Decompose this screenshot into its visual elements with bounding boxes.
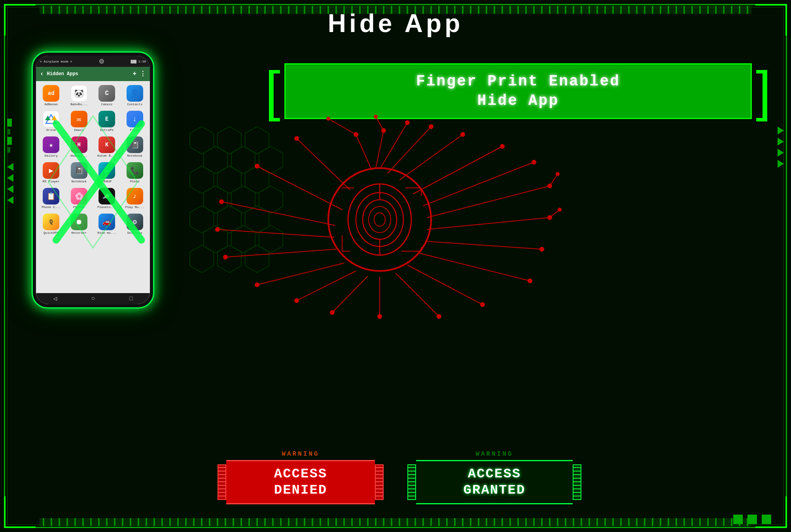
phone-screen: ✈ Airplane mode ✈ ▓▓▓ 1:39 ‹ Hidden Apps… <box>36 56 150 304</box>
svg-line-28 <box>396 273 439 316</box>
app-item: 📓 Notebook <box>121 134 149 159</box>
access-granted-badge: ACCESSGRANTED <box>416 460 573 504</box>
svg-line-16 <box>423 162 534 206</box>
phone-app-bar: ‹ Hidden Apps + ⋮ <box>36 67 150 81</box>
app-icon-penup: ✏ <box>98 162 115 179</box>
app-icon-contacts: 👤 <box>127 85 143 102</box>
svg-point-35 <box>294 298 299 303</box>
left-decoration <box>7 119 13 204</box>
denied-right-stripe <box>375 464 384 500</box>
add-icon: + <box>132 70 136 78</box>
svg-line-10 <box>388 127 431 173</box>
svg-line-38 <box>225 249 336 257</box>
back-nav-icon: ◁ <box>53 295 57 303</box>
app-item: ⚙ Settings <box>121 211 149 236</box>
app-icon-phone: 📞 <box>127 162 143 179</box>
phone-status-bar: ✈ Airplane mode ✈ ▓▓▓ 1:39 <box>36 56 150 67</box>
app-icon-adbanao: ad <box>43 85 59 102</box>
svg-line-44 <box>257 166 342 210</box>
svg-point-45 <box>255 164 259 168</box>
fingerprint-visualization <box>186 115 562 324</box>
fp-title-area: [ Finger Print Enabled Hide App ] <box>265 63 771 119</box>
app-item: ad AdBanao <box>38 83 65 108</box>
app-icon-cakezz: C <box>98 85 115 102</box>
svg-point-53 <box>556 172 560 176</box>
dot-2 <box>747 515 757 524</box>
svg-line-52 <box>550 174 558 186</box>
app-icon-babvbu: 🐼 <box>71 85 87 102</box>
app-item: 🌸 Photos <box>66 186 93 210</box>
app-item: ★ Gallery <box>38 134 65 159</box>
access-granted-text: ACCESSGRANTED <box>464 466 526 498</box>
back-arrow-icon: ‹ <box>40 70 44 78</box>
svg-point-41 <box>215 227 220 232</box>
svg-point-9 <box>405 120 410 125</box>
svg-line-34 <box>297 271 356 301</box>
bottom-stripe <box>40 518 751 526</box>
page-title: Hide App <box>328 9 464 38</box>
svg-line-6 <box>376 131 384 168</box>
svg-point-47 <box>294 136 299 141</box>
svg-line-26 <box>407 265 483 305</box>
app-item: Q QuickVPN <box>38 211 65 236</box>
granted-left-stripe <box>407 464 416 500</box>
svg-point-37 <box>255 282 259 287</box>
svg-point-27 <box>480 302 485 307</box>
app-icon-files: ↓ <box>127 111 143 127</box>
svg-line-32 <box>332 276 368 312</box>
recent-nav-icon: □ <box>129 295 132 302</box>
svg-point-63 <box>374 213 385 226</box>
svg-line-20 <box>427 218 550 229</box>
app-icon-gallery: ★ <box>43 136 59 153</box>
svg-point-25 <box>528 278 532 283</box>
app-item: ♪ Play Mu... <box>121 186 149 210</box>
svg-line-40 <box>218 229 334 237</box>
svg-point-62 <box>369 206 391 233</box>
svg-line-4 <box>356 134 372 170</box>
granted-right-stripe <box>573 464 581 500</box>
app-item: 👤 Contacts <box>121 83 149 108</box>
app-item: 🚗 Ride mo... <box>93 211 121 236</box>
app-icon-planets: 🪐 <box>98 188 115 204</box>
app-icon-recorder: ⏺ <box>71 214 87 230</box>
svg-point-13 <box>460 132 465 137</box>
app-icon-playmu: ♪ <box>127 188 143 204</box>
corner-tr <box>755 4 787 36</box>
svg-point-29 <box>437 314 441 319</box>
right-panel: [ Finger Print Enabled Hide App ] <box>186 51 779 508</box>
corner-tl <box>4 4 36 36</box>
warning-denied-label: WARNING <box>218 451 384 458</box>
app-item: Drive <box>38 108 65 133</box>
status-left: ✈ Airplane mode ✈ <box>40 60 72 63</box>
app-item: ✉ Email <box>66 108 93 133</box>
app-item: 📋 Phone C... <box>38 186 65 210</box>
home-nav-icon: ○ <box>91 295 95 302</box>
fp-title-box: Finger Print Enabled Hide App <box>284 63 752 119</box>
app-icon-phonec: 📋 <box>43 188 59 204</box>
app-item: ▶ MX Player <box>38 160 65 185</box>
svg-point-17 <box>532 160 536 165</box>
svg-line-22 <box>425 241 542 249</box>
svg-rect-56 <box>342 188 421 251</box>
app-icon-extrape: E <box>98 111 115 127</box>
svg-point-33 <box>330 310 335 315</box>
denied-left-stripe <box>218 464 226 500</box>
app-icon-huawei: H <box>71 136 87 153</box>
app-item: 🪐 Planets... <box>93 186 121 210</box>
access-denied-section: WARNING ACCESSDENIED <box>218 451 384 504</box>
svg-line-24 <box>419 253 530 281</box>
svg-point-15 <box>500 144 505 149</box>
svg-point-23 <box>539 247 544 252</box>
bottom-dots <box>733 515 771 524</box>
svg-line-46 <box>297 138 350 190</box>
right-bracket-icon: ] <box>756 72 771 110</box>
corner-bl <box>4 496 36 528</box>
svg-point-39 <box>223 255 228 259</box>
svg-line-14 <box>413 146 502 194</box>
app-item: 📓 Notebook <box>66 160 93 185</box>
svg-point-51 <box>374 115 378 119</box>
phone-nav-bar: ◁ ○ □ <box>36 293 150 304</box>
app-item: 🐼 BabvBu... <box>66 83 93 108</box>
svg-line-18 <box>427 186 550 218</box>
granted-badge-wrapper: ACCESSGRANTED <box>407 460 581 504</box>
